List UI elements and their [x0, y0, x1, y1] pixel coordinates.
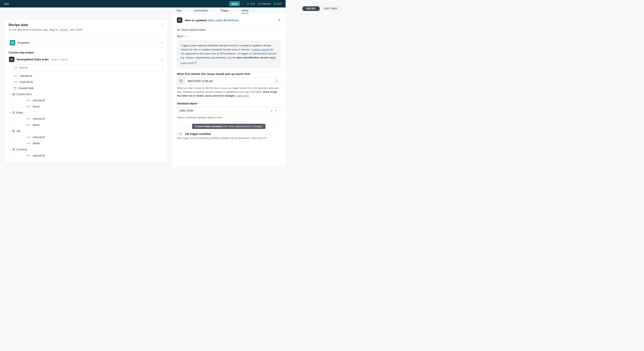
test-button[interactable]: Test	[247, 2, 255, 5]
start-date-help: When you start recipe for the first time…	[177, 86, 280, 98]
svg-rect-17	[14, 131, 15, 132]
current-step-output-label: Current step output	[8, 51, 164, 54]
bc-app[interactable]: App→	[176, 9, 189, 14]
tree-group-job[interactable]: ▾ Job	[8, 128, 164, 134]
search-input[interactable]	[13, 64, 164, 71]
calendar-icon	[177, 78, 185, 84]
search-icon	[15, 66, 18, 69]
chevron-down-icon[interactable]	[161, 59, 163, 60]
svg-rect-15	[14, 130, 15, 131]
svg-rect-2	[11, 42, 14, 43]
svg-point-28	[276, 81, 277, 81]
caret-down-icon: ▾	[9, 93, 11, 95]
sales-order-link[interactable]: Sales order	[208, 18, 223, 22]
svg-point-32	[277, 82, 278, 82]
trigger-title: New or updated Sales order in NetSuite	[185, 18, 239, 22]
show-optional-fields-button[interactable]: Show optional fields	[172, 26, 286, 33]
stdobj-select[interactable]: Sales Order	[177, 107, 280, 114]
svg-rect-21	[14, 150, 15, 151]
abc-icon: ABC	[26, 118, 31, 120]
arrow-right-icon: →	[212, 9, 216, 12]
learn-more-link[interactable]: Learn more	[180, 61, 196, 65]
recipe-title: test	[4, 2, 9, 5]
netsuite-icon: N	[177, 17, 182, 23]
datapill-picker-button[interactable]	[272, 78, 280, 84]
tree-item-entity-name[interactable]: ABCName	[13, 122, 164, 128]
start-date-input[interactable]	[185, 78, 272, 84]
close-panel-button[interactable]	[278, 19, 280, 21]
abc-icon: ABC	[26, 142, 31, 144]
refresh-button[interactable]: Refresh	[258, 2, 271, 5]
start-date-label: When first started, this recipe should p…	[177, 72, 280, 75]
step-output-row[interactable]: N New/updated Sales order (Step 1 output…	[8, 56, 164, 63]
svg-point-29	[277, 81, 278, 81]
abc-icon: ABC	[14, 81, 18, 83]
abc-icon: ABC	[14, 75, 18, 77]
field-start-date: When first started, this recipe should p…	[172, 72, 286, 102]
breadcrumb: App→ Connection→ Trigger→ Setup	[172, 7, 286, 13]
chevron-down-icon[interactable]	[274, 110, 278, 111]
divider	[243, 2, 244, 5]
tree-item-external-id[interactable]: ABCExternal ID	[8, 79, 164, 85]
recipe-data-title: Recipe data	[8, 23, 82, 27]
svg-rect-11	[14, 111, 15, 112]
tree-item-created-date[interactable]: Created date	[8, 85, 164, 91]
tree-item-currency-internal-id[interactable]: ABCInternal ID	[13, 152, 164, 159]
tree-group-currency[interactable]: ▾ Currency	[8, 146, 164, 152]
caret-down-icon: ▾	[9, 130, 11, 132]
svg-rect-5	[14, 87, 16, 89]
caret-down-icon: ▾	[9, 112, 11, 114]
bc-setup[interactable]: Setup	[242, 9, 248, 13]
chevron-right-icon	[161, 41, 162, 44]
svg-rect-20	[12, 150, 14, 151]
help-toggle[interactable]: HELP	[172, 33, 286, 39]
svg-rect-16	[12, 131, 14, 132]
clear-button[interactable]	[269, 110, 274, 112]
app-header: test Save Test Refresh Exit	[0, 0, 286, 7]
exit-button[interactable]: Exit	[274, 2, 281, 5]
group-icon	[12, 130, 15, 132]
abc-icon: ABC	[26, 136, 31, 138]
help-box: Triggers when selected NetSuite standard…	[177, 40, 280, 68]
bc-connection[interactable]: Connection→	[194, 9, 216, 14]
svg-point-22	[178, 29, 179, 30]
tree-group-custom-form[interactable]: ▾ Custom form	[8, 91, 164, 97]
abc-icon: ABC	[26, 99, 31, 101]
datapill-tag: datapill	[59, 28, 69, 31]
trigger-condition-row: Set trigger condition	[172, 132, 286, 137]
save-button[interactable]: Save	[230, 1, 240, 6]
trigger-condition-help: Only trigger events matching specified c…	[172, 137, 286, 144]
step-subtitle: (Step 1 output)	[51, 58, 68, 61]
tree-item-job-name[interactable]: ABCName	[13, 140, 164, 146]
svg-point-31	[276, 82, 277, 82]
svg-rect-10	[12, 111, 14, 112]
collapse-icon[interactable]	[161, 23, 164, 26]
recipe-data-subtitle: To use data from a previous step, drag i…	[8, 28, 82, 31]
certain-records-link[interactable]: Certain records	[252, 48, 269, 51]
learn-more-link[interactable]: Learn more	[236, 94, 249, 97]
netsuite-link[interactable]: NetSuite	[227, 18, 239, 22]
tree-item-entity-internal-id[interactable]: ABCInternal ID	[13, 116, 164, 122]
trigger-condition-toggle[interactable]	[177, 132, 183, 135]
tree-item-job-internal-id[interactable]: ABCInternal ID	[13, 134, 164, 140]
svg-point-30	[275, 82, 276, 82]
svg-point-26	[277, 79, 278, 80]
bc-trigger[interactable]: Trigger→	[220, 9, 236, 14]
netsuite-icon: N	[9, 57, 14, 62]
svg-rect-19	[14, 148, 15, 149]
tree-group-entity[interactable]: ▾ Entity	[8, 110, 164, 116]
caret-down-icon: ▾	[9, 148, 11, 151]
properties-row[interactable]: Properties	[8, 38, 164, 47]
svg-rect-14	[12, 130, 14, 131]
arrow-right-icon: →	[234, 9, 236, 12]
svg-rect-6	[12, 93, 14, 94]
tree-item-internal-id[interactable]: ABCInternal ID	[8, 73, 164, 79]
eye-icon	[177, 29, 180, 31]
svg-point-24	[275, 79, 276, 80]
tree-item-cf-internal-id[interactable]: ABCInternal ID	[13, 97, 164, 103]
properties-label: Properties	[18, 41, 30, 44]
learn-more-link[interactable]: Learn more	[251, 137, 266, 139]
tree-item-cf-name[interactable]: ABCName	[13, 103, 164, 110]
abc-icon: ABC	[26, 106, 31, 107]
svg-rect-13	[14, 113, 15, 114]
